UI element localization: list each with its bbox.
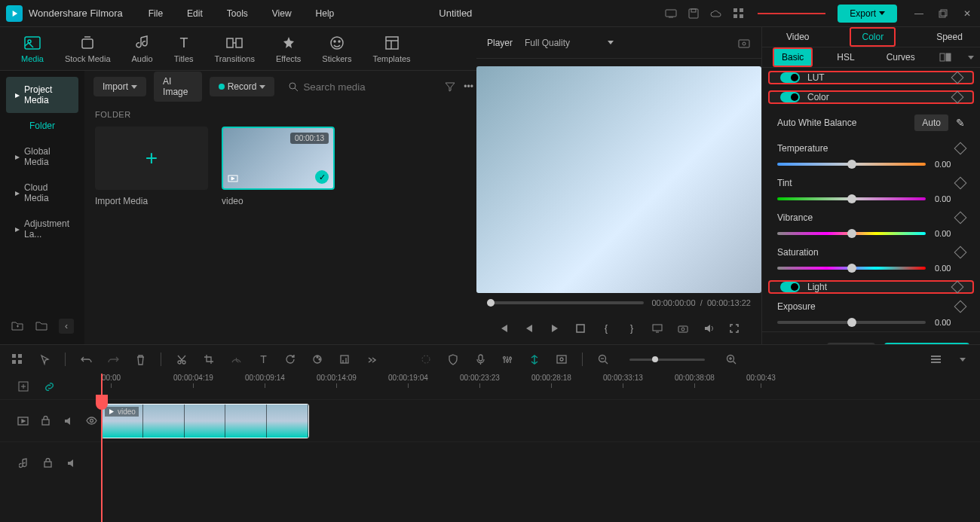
tab-stock[interactable]: Stock Media <box>65 35 111 63</box>
vibrance-slider[interactable] <box>777 232 926 235</box>
playhead-handle[interactable] <box>96 395 108 410</box>
tab-effects[interactable]: Effects <box>276 35 301 63</box>
auto-button[interactable]: Auto <box>914 114 948 131</box>
keyframe-icon[interactable] <box>954 142 967 155</box>
save-icon[interactable] <box>687 7 700 20</box>
sidebar-global-media[interactable]: ▸Global Media <box>6 139 78 175</box>
video-clip-card[interactable]: 00:00:13 ✓ video <box>222 127 335 206</box>
export-button[interactable]: Export <box>838 5 897 23</box>
audio-track-icon[interactable] <box>17 456 30 470</box>
snapshot-icon[interactable] <box>737 36 751 50</box>
minimize-icon[interactable]: — <box>912 7 926 20</box>
delete-icon[interactable] <box>133 353 147 366</box>
tab-titles[interactable]: TTitles <box>174 35 194 63</box>
chevron-down-icon[interactable] <box>968 50 974 64</box>
zoom-slider[interactable] <box>629 359 705 361</box>
keyframe-icon[interactable] <box>951 281 964 294</box>
keyframe-icon[interactable] <box>954 246 967 259</box>
ai-image-button[interactable]: AI Image <box>154 72 202 102</box>
ai-icon[interactable] <box>419 353 433 366</box>
adjust-icon[interactable] <box>338 353 351 366</box>
sidebar-adjustment[interactable]: ▸Adjustment La... <box>6 211 78 247</box>
list-view-icon[interactable] <box>929 353 942 366</box>
speed-icon[interactable] <box>229 353 243 366</box>
menu-edit[interactable]: Edit <box>184 5 206 22</box>
sidebar-folder[interactable]: Folder <box>6 113 78 139</box>
search-input[interactable] <box>303 81 430 93</box>
compare-icon[interactable] <box>939 50 951 64</box>
light-toggle[interactable] <box>780 282 800 292</box>
rtab-speed[interactable]: Speed <box>926 29 973 45</box>
pointer-icon[interactable] <box>38 353 51 366</box>
chevron-down-icon[interactable] <box>956 353 969 366</box>
camera-icon[interactable] <box>677 322 689 334</box>
redo-icon[interactable] <box>106 353 120 366</box>
lock-icon[interactable] <box>40 414 53 428</box>
eyedropper-icon[interactable]: ✎ <box>956 117 965 129</box>
lut-section[interactable]: LUT <box>768 71 974 84</box>
keyframe-icon[interactable] <box>954 301 967 313</box>
mixer-icon[interactable] <box>501 353 514 366</box>
tab-transitions[interactable]: Transitions <box>215 35 255 63</box>
zoom-in-icon[interactable] <box>724 353 738 366</box>
keyframe-icon[interactable] <box>951 91 964 104</box>
quality-select[interactable]: Full Quality <box>525 38 614 48</box>
tab-templates[interactable]: Templates <box>372 35 410 63</box>
more-icon[interactable]: ••• <box>463 80 474 93</box>
close-icon[interactable]: ✕ <box>960 7 974 20</box>
rsub-basic[interactable]: Basic <box>773 47 813 67</box>
saturation-slider[interactable] <box>777 267 926 270</box>
cloud-icon[interactable] <box>709 7 723 20</box>
marker-icon[interactable] <box>528 353 541 366</box>
collapse-icon[interactable]: ‹ <box>59 319 74 334</box>
sidebar-project-media[interactable]: ▸Project Media <box>6 77 78 113</box>
timeline-clip[interactable]: video <box>101 404 309 438</box>
keyframe-icon[interactable] <box>954 212 967 224</box>
mute-icon[interactable] <box>63 414 75 428</box>
light-section[interactable]: Light <box>768 280 974 294</box>
rotate-icon[interactable] <box>283 353 297 366</box>
maximize-icon[interactable] <box>936 7 950 20</box>
new-folder-icon[interactable] <box>11 319 24 332</box>
cut-icon[interactable] <box>175 353 188 366</box>
mark-in-icon[interactable]: { <box>600 322 612 334</box>
stop-icon[interactable] <box>574 322 586 334</box>
track-add-icon[interactable] <box>17 380 30 393</box>
color-toggle[interactable] <box>780 92 800 102</box>
menu-tools[interactable]: Tools <box>224 5 251 22</box>
shield-icon[interactable] <box>446 353 460 366</box>
video-track-icon[interactable] <box>17 414 29 428</box>
folder-icon[interactable] <box>35 319 48 332</box>
more-tools-icon[interactable] <box>365 353 378 366</box>
import-media-card[interactable]: + Import Media <box>95 127 208 206</box>
mute-icon[interactable] <box>65 456 78 470</box>
tab-stickers[interactable]: Stickers <box>322 35 351 63</box>
undo-icon[interactable] <box>79 353 93 366</box>
step-back-icon[interactable] <box>523 322 535 334</box>
lock-icon[interactable] <box>41 456 54 470</box>
preview-canvas[interactable] <box>476 66 761 293</box>
sidebar-cloud-media[interactable]: ▸Cloud Media <box>6 175 78 211</box>
record-button[interactable]: Record <box>210 77 275 96</box>
tab-audio[interactable]: Audio <box>132 35 153 63</box>
mark-out-icon[interactable]: } <box>626 322 638 334</box>
scrubber[interactable] <box>487 301 644 304</box>
keyframe-icon[interactable] <box>951 72 964 84</box>
color-section[interactable]: Color <box>768 90 974 104</box>
grid-icon[interactable] <box>11 353 24 366</box>
menu-file[interactable]: File <box>145 5 166 22</box>
fullscreen-icon[interactable] <box>728 322 740 334</box>
frame-icon[interactable] <box>555 353 568 366</box>
tint-slider[interactable] <box>777 197 926 200</box>
temperature-slider[interactable] <box>777 163 926 166</box>
keyframe-icon[interactable] <box>954 177 967 190</box>
filter-icon[interactable] <box>444 80 455 93</box>
eye-icon[interactable] <box>86 414 99 428</box>
lut-toggle[interactable] <box>780 72 800 83</box>
mic-icon[interactable] <box>473 353 487 366</box>
tab-media[interactable]: Media <box>21 35 44 63</box>
link-icon[interactable] <box>42 380 56 393</box>
rsub-curves[interactable]: Curves <box>879 49 923 66</box>
menu-view[interactable]: View <box>269 5 295 22</box>
prev-frame-icon[interactable] <box>498 322 510 334</box>
